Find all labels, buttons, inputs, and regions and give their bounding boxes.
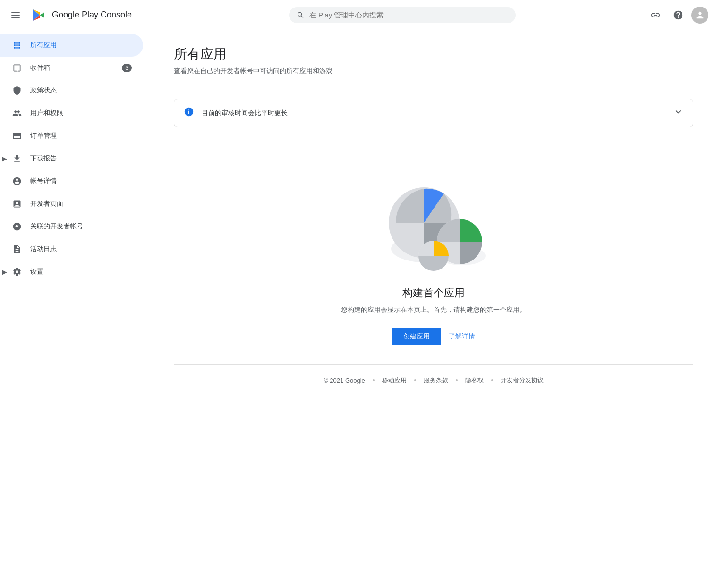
page-title: 所有应用: [174, 45, 693, 63]
layout: 所有应用 收件箱 3 政策状态: [0, 30, 716, 588]
footer-dot-1: [373, 379, 375, 381]
account-circle-icon: [11, 176, 23, 186]
create-app-button[interactable]: 创建应用: [392, 328, 441, 345]
svg-rect-1: [11, 15, 20, 16]
search-icon: [297, 11, 305, 19]
sidebar-item-order-management[interactable]: 订单管理: [0, 125, 143, 147]
developer-page-icon: [11, 199, 23, 209]
footer-dot-3: [456, 379, 458, 381]
footer-link-terms[interactable]: 服务条款: [424, 376, 448, 385]
header: Google Play Console: [0, 0, 716, 30]
content-divider: [174, 87, 693, 87]
sidebar-label-all-apps: 所有应用: [30, 41, 132, 50]
sidebar-item-activity-log[interactable]: 活动日志: [0, 238, 143, 260]
footer-link-developer[interactable]: 开发者分发协议: [501, 376, 544, 385]
sidebar-item-policy-status[interactable]: 政策状态: [0, 79, 143, 102]
inbox-badge: 3: [122, 64, 132, 72]
link-icon: [650, 10, 661, 20]
footer-dot-2: [414, 379, 416, 381]
sidebar-label-linked-accounts: 关联的开发者帐号: [30, 222, 132, 231]
notice-text: 目前的审核时间会比平时更长: [202, 109, 665, 118]
avatar-icon: [695, 10, 705, 20]
main-content: 所有应用 查看您在自己的开发者帐号中可访问的所有应用和游戏 目前的审核时间会比平…: [151, 30, 716, 588]
header-left: Google Play Console: [8, 6, 159, 25]
document-icon: [11, 244, 23, 254]
expand-download-icon: ▶: [2, 155, 7, 162]
sidebar-item-inbox[interactable]: 收件箱 3: [0, 57, 143, 79]
sidebar-label-developer-page: 开发者页面: [30, 200, 132, 208]
sidebar-item-account-details[interactable]: 帐号详情: [0, 170, 143, 193]
header-search: [159, 7, 646, 23]
download-icon: [11, 154, 23, 163]
logo-area[interactable]: Google Play Console: [29, 6, 132, 25]
empty-state-illustration: [372, 161, 495, 275]
inbox-icon: [11, 63, 23, 73]
sidebar-label-inbox: 收件箱: [30, 64, 114, 72]
logo-icon: [29, 6, 48, 25]
sidebar-label-order-management: 订单管理: [30, 132, 132, 140]
link-circle-icon: [11, 222, 23, 231]
search-input[interactable]: [309, 11, 508, 19]
expand-settings-icon: ▶: [2, 268, 7, 276]
info-icon: [184, 107, 194, 119]
sidebar: 所有应用 收件箱 3 政策状态: [0, 30, 151, 588]
sidebar-item-users-permissions[interactable]: 用户和权限: [0, 102, 143, 125]
sidebar-label-activity-log: 活动日志: [30, 245, 132, 253]
sidebar-item-linked-accounts[interactable]: 关联的开发者帐号: [0, 215, 143, 238]
help-icon: [673, 10, 683, 20]
credit-card-icon: [11, 131, 23, 141]
notice-chevron-icon[interactable]: [673, 107, 683, 119]
header-actions: [646, 6, 708, 25]
sidebar-item-all-apps[interactable]: 所有应用: [0, 34, 143, 57]
empty-title: 构建首个应用: [402, 286, 465, 300]
shield-icon: [11, 86, 23, 95]
settings-icon: [11, 267, 23, 277]
svg-rect-0: [11, 12, 20, 13]
empty-state: 构建首个应用 您构建的应用会显示在本页上。首先，请构建您的第一个应用。 创建应用…: [174, 143, 693, 364]
footer-copyright: © 2021 Google: [324, 377, 365, 384]
help-button[interactable]: [669, 6, 688, 25]
notice-banner: 目前的审核时间会比平时更长: [174, 99, 693, 127]
link-button[interactable]: [646, 6, 665, 25]
hamburger-button[interactable]: [8, 8, 24, 22]
svg-rect-2: [11, 17, 20, 18]
sidebar-label-settings: 设置: [30, 268, 132, 276]
sidebar-item-download-reports[interactable]: ▶ 下载报告: [0, 147, 143, 170]
logo-text: Google Play Console: [52, 10, 132, 20]
sidebar-label-download-reports: 下载报告: [30, 154, 132, 163]
empty-actions: 创建应用 了解详情: [392, 328, 475, 345]
empty-desc: 您构建的应用会显示在本页上。首先，请构建您的第一个应用。: [341, 306, 526, 314]
sidebar-label-policy-status: 政策状态: [30, 86, 132, 95]
sidebar-label-users-permissions: 用户和权限: [30, 109, 132, 118]
footer: © 2021 Google 移动应用 服务条款 隐私权 开发者分发协议: [174, 364, 693, 396]
apps-icon: [11, 41, 23, 50]
sidebar-item-settings[interactable]: ▶ 设置: [0, 260, 143, 283]
footer-link-mobile[interactable]: 移动应用: [382, 376, 407, 385]
sidebar-label-account-details: 帐号详情: [30, 177, 132, 185]
search-bar: [289, 7, 516, 23]
avatar[interactable]: [691, 7, 708, 24]
sidebar-item-developer-page[interactable]: 开发者页面: [0, 193, 143, 215]
learn-more-link[interactable]: 了解详情: [449, 332, 475, 341]
footer-dot-4: [491, 379, 493, 381]
people-icon: [11, 109, 23, 118]
page-subtitle: 查看您在自己的开发者帐号中可访问的所有应用和游戏: [174, 67, 693, 76]
footer-link-privacy[interactable]: 隐私权: [465, 376, 484, 385]
